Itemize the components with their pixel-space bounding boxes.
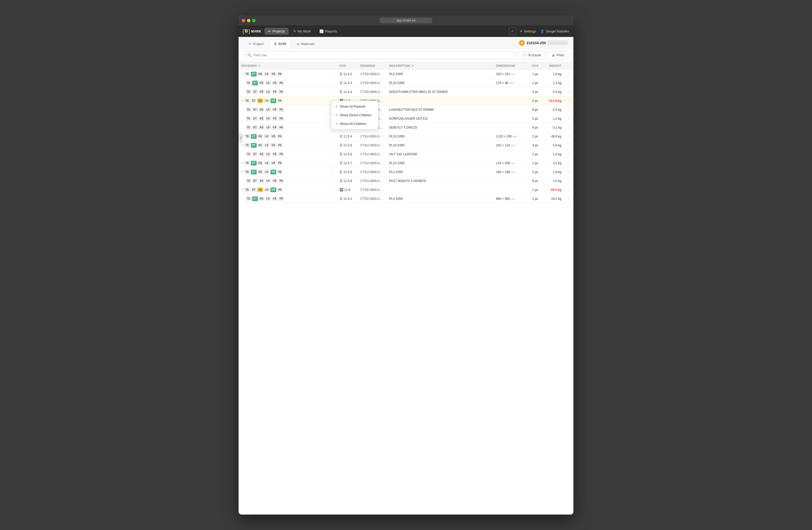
context-menu-show-all-children[interactable]: ≡ Show All Children <box>331 120 378 128</box>
more-icon[interactable]: ⋮ <box>567 187 571 192</box>
more-icon[interactable]: ⋮ <box>567 89 571 94</box>
collapse-icon[interactable]: ‹ <box>332 81 333 85</box>
table-row: ↗TEETKELKVĀPA‹☰11.5.8CTSU.0600.0...PL4 S… <box>238 168 574 177</box>
arrow-cell[interactable]: ‹ <box>329 150 337 159</box>
table-body: ↗TEETKELKVĀPA‹☰11.4.2CTSD.0600.0...PL5 S… <box>238 70 574 203</box>
arrow-cell[interactable]: ‹ <box>329 168 337 177</box>
arrow-cell[interactable]: ‹ <box>329 177 337 185</box>
arrow-cell[interactable]: ‹ <box>329 194 337 203</box>
search-box[interactable]: 🔍 <box>244 51 516 59</box>
collapse-icon[interactable]: ‹ <box>332 135 333 138</box>
more-cell[interactable]: ⋮ <box>564 185 574 194</box>
collapse-icon[interactable]: ‹ <box>332 153 333 156</box>
collapse-icon[interactable]: ‹ <box>332 179 333 182</box>
expand-icon[interactable]: ↗ <box>241 188 244 192</box>
more-icon[interactable]: ⋮ <box>567 196 571 201</box>
expand-icon[interactable]: ↗ <box>241 99 244 102</box>
arrow-cell[interactable]: ‹ <box>329 79 337 87</box>
print-button[interactable]: 🖨 Print <box>547 51 568 59</box>
collapse-icon[interactable]: ‹ <box>332 197 333 200</box>
user-label: Sergei Nadolko <box>546 29 569 33</box>
col-header-more <box>564 62 574 70</box>
pos-cell: ☰11.5.6 <box>337 150 358 159</box>
more-cell[interactable]: ⋮ <box>564 79 574 87</box>
expand-icon[interactable]: ↗ <box>241 170 244 173</box>
more-icon[interactable]: ⋮ <box>567 179 571 183</box>
context-menu-show-direct-children[interactable]: ≡ Show Direct Children <box>331 111 378 120</box>
collapse-icon[interactable]: ‹ <box>332 162 333 165</box>
more-icon[interactable]: ⋮ <box>567 152 571 156</box>
more-cell[interactable]: ⋮ <box>564 114 574 123</box>
division-tag: VĀ <box>271 170 276 175</box>
nav-item-mywork[interactable]: ✎ My Work <box>290 28 315 35</box>
close-button[interactable] <box>242 19 245 22</box>
mywork-icon: ✎ <box>293 29 296 33</box>
fullscreen-toggle[interactable]: ⤢ <box>509 28 516 35</box>
drawing-text: CTSU.0600.0... <box>361 161 382 165</box>
weight-text: 3.2 kg <box>553 161 561 165</box>
more-cell[interactable]: ⋮ <box>564 70 574 79</box>
nav-item-projects[interactable]: ✏ Projects <box>264 28 289 35</box>
table-row: ↗TEETKELKVĀPA‹☰11.5.7CTSU.0600.0...PL10 … <box>238 159 574 168</box>
arrow-cell[interactable]: ‹ <box>329 159 337 168</box>
more-icon[interactable]: ⋮ <box>567 107 571 112</box>
logo[interactable]: [ B ] MARK <box>243 29 261 34</box>
weight-text: 111.6 kg <box>549 99 561 103</box>
more-cell[interactable]: ⋮ <box>564 159 574 168</box>
arrow-cell[interactable]: ‹ <box>329 185 337 194</box>
more-cell[interactable]: ⋮ <box>564 87 574 96</box>
url-bar[interactable]: app.bmark.ee <box>380 17 432 23</box>
table-row: TEETKELKVĀPA‹☰11.5.3CTSU.0600.0...SEIB A… <box>238 123 574 132</box>
expand-icon[interactable]: ↗ <box>241 135 244 138</box>
collapse-icon[interactable]: ‹ <box>332 72 333 76</box>
nav-item-reports[interactable]: 📈 Reports <box>316 28 341 35</box>
collapse-icon[interactable]: ‹ <box>332 188 333 192</box>
more-cell[interactable]: ⋮ <box>564 177 574 185</box>
arrow-cell[interactable]: ‹ <box>329 87 337 96</box>
more-cell[interactable]: ⋮ <box>564 105 574 114</box>
division-tag: LK <box>265 107 271 112</box>
to-excel-button[interactable]: 📄 To Excel <box>518 51 545 59</box>
arrow-cell[interactable]: ‹ <box>329 70 337 79</box>
project-id: 210104-250 <box>526 41 546 45</box>
weight-cell: 1.2 kg <box>543 114 564 123</box>
more-cell[interactable]: ⋮ <box>564 168 574 177</box>
settings-nav[interactable]: ≡ Settings <box>520 29 536 33</box>
more-cell[interactable]: ⋮ <box>564 141 574 150</box>
context-menu-show-all-parents[interactable]: ≡ Show All Parents <box>331 102 378 111</box>
dimensions-cell: 110 × 206 mm <box>493 159 527 168</box>
more-icon[interactable]: ⋮ <box>567 72 571 76</box>
collapse-icon[interactable]: ‹ <box>332 170 333 173</box>
collapse-icon[interactable]: ‹ <box>332 144 333 147</box>
more-icon[interactable]: ⋮ <box>567 81 571 85</box>
more-cell[interactable]: ⋮ <box>564 96 574 105</box>
tab-project[interactable]: ✏ Project <box>244 40 269 48</box>
expand-icon[interactable]: ↗ <box>241 72 244 76</box>
tab-materials[interactable]: ◎ Materials <box>292 40 320 48</box>
arrow-cell[interactable]: ‹ <box>329 141 337 150</box>
more-cell[interactable]: ⋮ <box>564 132 574 141</box>
arrow-cell[interactable]: ‹ <box>329 132 337 141</box>
drawing-cell: CTSD.0600.0... <box>358 87 387 96</box>
more-icon[interactable]: ⋮ <box>567 98 571 103</box>
more-icon[interactable]: ⋮ <box>567 161 571 165</box>
fullscreen-button[interactable] <box>252 19 256 22</box>
minimize-button[interactable] <box>247 19 250 22</box>
expand-icon[interactable]: ↗ <box>241 143 244 147</box>
more-icon[interactable]: ⋮ <box>567 170 571 174</box>
more-icon[interactable]: ⋮ <box>567 125 571 130</box>
more-cell[interactable]: ⋮ <box>564 123 574 132</box>
search-input[interactable] <box>253 53 512 57</box>
more-cell[interactable]: ⋮ <box>564 150 574 159</box>
more-icon[interactable]: ⋮ <box>567 134 571 139</box>
more-icon[interactable]: ⋮ <box>567 116 571 121</box>
tab-bom[interactable]: ☰ BOM <box>269 40 291 48</box>
fullscreen-icon: ⤢ <box>511 29 514 33</box>
nav-label-projects: Projects <box>273 29 285 33</box>
more-cell[interactable]: ⋮ <box>564 194 574 203</box>
collapse-icon[interactable]: ‹ <box>332 90 333 94</box>
user-nav[interactable]: 👤 Sergei Nadolko <box>540 29 569 33</box>
more-icon[interactable]: ⋮ <box>567 143 571 148</box>
description-cell: VILT S10 1120X290 <box>387 150 493 159</box>
expand-icon[interactable]: ↗ <box>241 161 244 165</box>
